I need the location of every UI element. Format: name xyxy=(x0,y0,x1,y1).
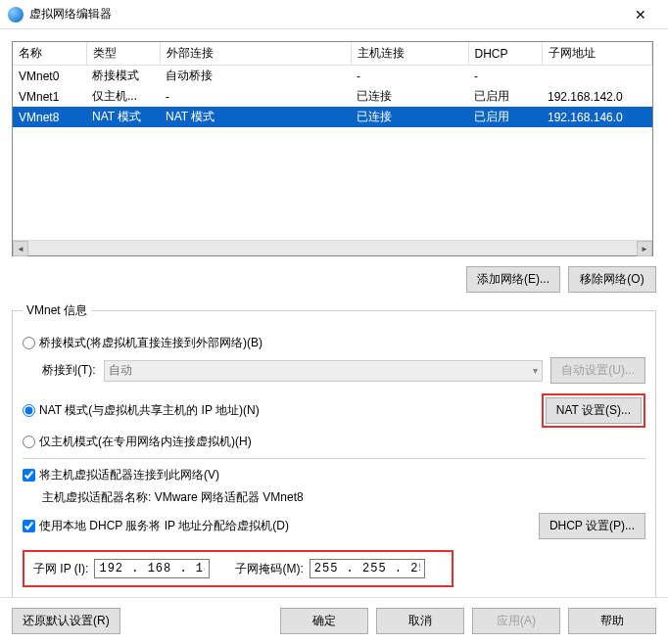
window-title: 虚拟网络编辑器 xyxy=(29,6,621,23)
nat-label: NAT 模式(与虚拟机共享主机的 IP 地址)(N) xyxy=(39,402,260,419)
subnet-ip-input[interactable] xyxy=(94,559,210,578)
hostonly-radio[interactable] xyxy=(23,436,35,448)
ok-button[interactable]: 确定 xyxy=(280,608,368,634)
nat-settings-button[interactable]: NAT 设置(S)... xyxy=(546,397,642,424)
connect-adapter-label: 将主机虚拟适配器连接到此网络(V) xyxy=(39,467,219,483)
use-dhcp-label: 使用本地 DHCP 服务将 IP 地址分配给虚拟机(D) xyxy=(39,518,289,534)
scroll-right-icon[interactable]: ► xyxy=(637,241,652,256)
subnet-mask-label: 子网掩码(M): xyxy=(235,561,303,577)
adapter-name-value: VMware 网络适配器 VMnet8 xyxy=(155,490,304,504)
use-dhcp-checkbox[interactable] xyxy=(23,520,35,532)
col-type[interactable]: 类型 xyxy=(86,42,160,66)
apply-button: 应用(A) xyxy=(472,608,560,634)
auto-settings-button: 自动设置(U)... xyxy=(550,357,645,384)
table-row[interactable]: VMnet8NAT 模式NAT 模式已连接已启用192.168.146.0 xyxy=(13,107,652,127)
horizontal-scrollbar[interactable]: ◄ ► xyxy=(13,240,652,255)
subnet-mask-input[interactable] xyxy=(310,559,425,578)
hostonly-label: 仅主机模式(在专用网络内连接虚拟机)(H) xyxy=(39,434,252,450)
close-icon[interactable]: ✕ xyxy=(621,1,660,28)
col-name[interactable]: 名称 xyxy=(13,42,86,66)
remove-network-button[interactable]: 移除网络(O) xyxy=(568,266,656,293)
bridged-radio[interactable] xyxy=(23,337,35,349)
vmnet-info-fieldset: VMnet 信息 桥接模式(将虚拟机直接连接到外部网络)(B) 桥接到(T): … xyxy=(12,302,656,600)
connect-adapter-checkbox[interactable] xyxy=(23,469,35,482)
scroll-left-icon[interactable]: ◄ xyxy=(13,241,28,256)
table-row[interactable]: VMnet0桥接模式自动桥接-- xyxy=(13,66,652,86)
col-external[interactable]: 外部连接 xyxy=(160,42,351,66)
titlebar: 虚拟网络编辑器 ✕ xyxy=(0,0,668,29)
col-dhcp[interactable]: DHCP xyxy=(468,42,542,66)
table-row[interactable]: VMnet1仅主机...-已连接已启用192.168.142.0 xyxy=(13,86,652,107)
network-table: 名称 类型 外部连接 主机连接 DHCP 子网地址 VMnet0桥接模式自动桥接… xyxy=(12,41,653,256)
dialog-buttons: 还原默认设置(R) 确定 取消 应用(A) 帮助 xyxy=(0,597,668,644)
bridged-label: 桥接模式(将虚拟机直接连接到外部网络)(B) xyxy=(39,335,262,351)
fieldset-legend: VMnet 信息 xyxy=(23,302,91,319)
restore-defaults-button[interactable]: 还原默认设置(R) xyxy=(12,608,120,634)
nat-radio[interactable] xyxy=(23,404,35,417)
col-subnet[interactable]: 子网地址 xyxy=(542,42,652,66)
app-icon xyxy=(8,7,24,23)
add-network-button[interactable]: 添加网络(E)... xyxy=(466,266,560,293)
bridged-to-label: 桥接到(T): xyxy=(42,362,96,379)
adapter-name-label: 主机虚拟适配器名称: xyxy=(42,490,155,504)
dhcp-settings-button[interactable]: DHCP 设置(P)... xyxy=(539,513,645,539)
table-header-row: 名称 类型 外部连接 主机连接 DHCP 子网地址 xyxy=(13,42,652,66)
col-host[interactable]: 主机连接 xyxy=(351,42,468,66)
cancel-button[interactable]: 取消 xyxy=(376,608,464,634)
bridged-to-select[interactable]: 自动 xyxy=(104,360,544,382)
subnet-ip-label: 子网 IP (I): xyxy=(33,561,88,577)
help-button[interactable]: 帮助 xyxy=(568,608,656,634)
